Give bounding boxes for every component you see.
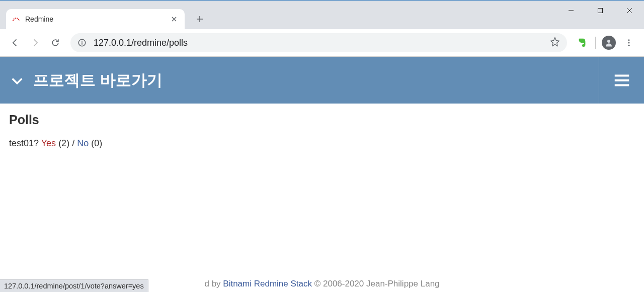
footer-d: d — [204, 279, 209, 288]
forward-button[interactable] — [25, 33, 45, 53]
chrome-menu-button[interactable] — [619, 33, 639, 53]
url-input[interactable] — [94, 38, 550, 48]
hamburger-menu-button[interactable] — [599, 57, 644, 104]
svg-rect-0 — [598, 9, 603, 13]
svg-point-6 — [628, 45, 630, 46]
redmine-favicon — [12, 15, 20, 23]
page-title: Polls — [9, 113, 635, 127]
separator: / — [72, 138, 77, 148]
poll-question: test01? — [9, 138, 39, 148]
svg-point-4 — [628, 39, 630, 41]
minimize-button[interactable] — [556, 1, 586, 21]
back-button[interactable] — [5, 33, 25, 53]
profile-button[interactable] — [602, 36, 616, 50]
site-info-icon[interactable] — [77, 38, 87, 47]
toolbar-divider — [595, 37, 596, 49]
address-bar[interactable] — [70, 33, 567, 52]
project-dropdown-button[interactable] — [10, 73, 24, 87]
vote-yes-link[interactable]: Yes — [41, 138, 56, 148]
footer-copyright: © 2006-2020 Jean-Philippe Lang — [312, 279, 440, 288]
page-content: Polls test01? Yes (2) / No (0) — [0, 104, 644, 158]
svg-point-3 — [607, 40, 610, 43]
tab-title: Redmine — [25, 15, 53, 23]
new-tab-button[interactable] — [192, 11, 208, 27]
tab-strip: Redmine — [0, 9, 208, 29]
project-shortcut-title: 프로젝트 바로가기 — [33, 70, 163, 91]
window-controls — [556, 1, 644, 21]
window-titlebar: Redmine — [0, 1, 644, 29]
footer: d by Bitnami Redmine Stack © 2006-2020 J… — [0, 277, 644, 292]
close-tab-icon[interactable] — [170, 15, 179, 24]
status-bar-url: 127.0.0.1/redmine/post/1/vote?answer=yes — [0, 279, 148, 292]
close-button[interactable] — [615, 1, 644, 21]
extension-evernote-icon[interactable] — [572, 33, 592, 53]
browser-tab[interactable]: Redmine — [6, 9, 185, 29]
svg-point-2 — [82, 41, 83, 42]
yes-count: (2) — [58, 138, 69, 148]
svg-point-5 — [628, 42, 630, 44]
maximize-button[interactable] — [586, 1, 615, 21]
redmine-header: 프로젝트 바로가기 — [0, 57, 644, 104]
vote-no-link[interactable]: No — [77, 138, 89, 148]
bitnami-link[interactable]: Bitnami Redmine Stack — [223, 279, 312, 288]
no-count: (0) — [91, 138, 102, 148]
footer-by: by — [209, 279, 223, 288]
reload-button[interactable] — [45, 33, 65, 53]
poll-row: test01? Yes (2) / No (0) — [9, 138, 635, 149]
browser-toolbar — [0, 29, 644, 57]
bookmark-icon[interactable] — [550, 37, 560, 49]
